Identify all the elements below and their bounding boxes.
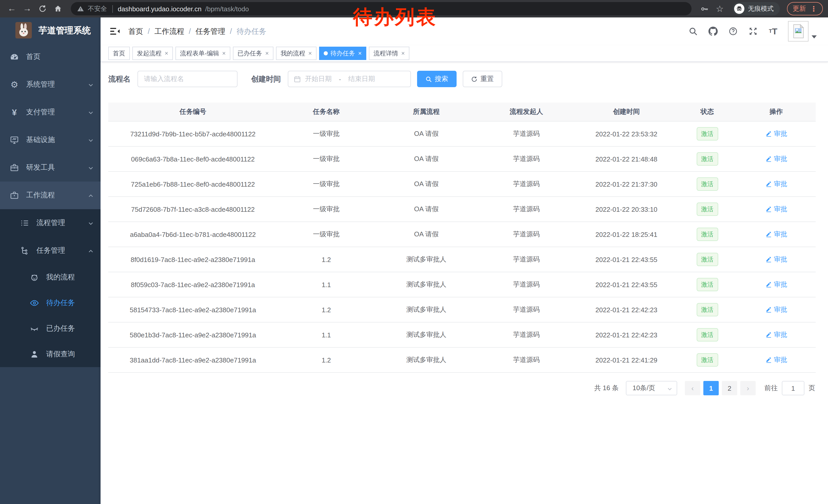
page-button-2[interactable]: 2 <box>722 381 737 395</box>
next-page-button[interactable]: › <box>740 381 756 395</box>
not-secure-warning-icon[interactable] <box>77 5 84 12</box>
back-icon[interactable]: ← <box>5 2 18 15</box>
goto-label: 前往 <box>764 383 778 393</box>
avatar[interactable] <box>788 21 809 42</box>
approve-link[interactable]: 审批 <box>765 230 787 239</box>
pencil-icon <box>765 256 772 263</box>
cell-time: 2022-01-22 18:25:41 <box>575 230 678 238</box>
approve-link[interactable]: 审批 <box>765 255 787 264</box>
table-row: 381aa1dd-7ac8-11ec-a9e2-a2380e71991a1.2测… <box>108 348 816 373</box>
start-date-placeholder: 开始日期 <box>305 74 332 84</box>
reset-button[interactable]: 重置 <box>462 71 502 87</box>
app-logo-row[interactable]: 芋道管理系统 <box>0 17 100 43</box>
tab-2[interactable]: 流程表单-编辑× <box>175 47 230 60</box>
cell-time: 2022-01-21 22:43:55 <box>575 256 678 263</box>
sidebar-item-9[interactable]: 待办任务 <box>0 290 100 316</box>
close-icon[interactable]: × <box>265 50 269 56</box>
font-size-icon[interactable]: TT <box>768 26 778 36</box>
approve-link[interactable]: 审批 <box>765 280 787 289</box>
breadcrumb-item-1[interactable]: 工作流程 <box>155 27 184 36</box>
help-icon[interactable] <box>728 26 738 36</box>
browser-menu-icon[interactable]: ⋮ <box>810 5 817 13</box>
cell-id: 58154733-7ac8-11ec-a9e2-a2380e71991a <box>108 306 278 314</box>
breadcrumb-item-2[interactable]: 任务管理 <box>196 27 225 36</box>
close-icon[interactable]: × <box>222 50 226 56</box>
tab-0[interactable]: 首页 <box>108 47 130 60</box>
approve-link[interactable]: 审批 <box>765 154 787 164</box>
tags-view: 首页发起流程×流程表单-编辑×已办任务×我的流程×待办任务×流程详情× <box>100 45 828 62</box>
chevron-down-icon <box>667 385 672 391</box>
sidebar-item-10[interactable]: 已办任务 <box>0 316 100 341</box>
sidebar-item-4[interactable]: 研发工具 <box>0 154 100 182</box>
cell-starter: 芋道源码 <box>478 330 575 339</box>
tab-1[interactable]: 发起流程× <box>132 47 173 60</box>
sidebar-item-7[interactable]: 任务管理 <box>0 237 100 265</box>
browser-update-button[interactable]: 更新 ⋮ <box>787 2 823 15</box>
fullscreen-icon[interactable] <box>748 26 758 36</box>
pencil-icon <box>765 281 772 288</box>
process-name-input[interactable]: 请输入流程名 <box>137 71 237 87</box>
tab-label: 首页 <box>113 49 125 58</box>
breadcrumb: 首页/工作流程/任务管理/待办任务 <box>128 27 266 36</box>
close-icon[interactable]: × <box>165 50 168 56</box>
approve-link[interactable]: 审批 <box>765 355 787 365</box>
reset-button-label: 重置 <box>481 74 494 84</box>
tab-3[interactable]: 已办任务× <box>233 47 274 60</box>
search-button-icon <box>425 76 432 82</box>
cell-time: 2022-01-21 22:43:55 <box>575 281 678 288</box>
cell-id: 8f0d1619-7ac8-11ec-a9e2-a2380e71991a <box>108 256 278 263</box>
cell-process: OA 请假 <box>375 179 478 189</box>
cell-status: 激活 <box>678 228 737 241</box>
breadcrumb-item-0[interactable]: 首页 <box>128 27 143 36</box>
dashboard-icon <box>9 52 19 62</box>
approve-link[interactable]: 审批 <box>765 305 787 314</box>
hamburger-icon[interactable] <box>110 26 120 36</box>
search-button[interactable]: 搜索 <box>417 71 456 87</box>
github-icon[interactable] <box>708 26 718 36</box>
sidebar-item-0[interactable]: 首页 <box>0 43 100 71</box>
approve-link[interactable]: 审批 <box>765 179 787 189</box>
prev-page-button[interactable]: ‹ <box>685 381 700 395</box>
home-icon[interactable] <box>51 2 65 15</box>
search-icon[interactable] <box>688 26 698 36</box>
approve-link[interactable]: 审批 <box>765 330 787 339</box>
page-size-select[interactable]: 10条/页 <box>626 381 677 395</box>
chevron-down-icon <box>88 109 94 116</box>
cell-action: 审批 <box>737 330 816 340</box>
tab-6[interactable]: 流程详情× <box>369 47 409 60</box>
tab-5[interactable]: 待办任务× <box>319 47 366 60</box>
sidebar-item-2[interactable]: ¥支付管理 <box>0 98 100 126</box>
sidebar-item-label: 已办任务 <box>46 324 75 333</box>
cell-starter: 芋道源码 <box>478 355 575 365</box>
sidebar-item-5[interactable]: 工作流程 <box>0 182 100 209</box>
table-row: 725a1eb6-7b88-11ec-8ef0-acde48001122一级审批… <box>108 172 816 197</box>
app-title: 芋道管理系统 <box>38 25 91 36</box>
goto-page-input[interactable] <box>782 381 804 395</box>
reload-icon[interactable] <box>36 2 49 15</box>
cell-starter: 芋道源码 <box>478 154 575 164</box>
sidebar-item-11[interactable]: 请假查询 <box>0 341 100 367</box>
date-range-picker[interactable]: 开始日期 - 结束日期 <box>288 71 411 87</box>
breadcrumb-separator: / <box>148 27 150 35</box>
table-row: 069c6a63-7b8a-11ec-8ef0-acde48001122一级审批… <box>108 147 816 172</box>
password-key-icon[interactable] <box>698 2 711 15</box>
user-menu[interactable] <box>788 21 817 42</box>
approve-link[interactable]: 审批 <box>765 204 787 214</box>
approve-link[interactable]: 审批 <box>765 129 787 138</box>
page-button-1[interactable]: 1 <box>703 381 719 395</box>
sidebar-item-8[interactable]: 我的流程 <box>0 265 100 290</box>
sidebar-item-3[interactable]: 基础设施 <box>0 126 100 154</box>
forward-icon[interactable]: → <box>20 2 34 15</box>
sidebar-item-1[interactable]: ⚙系统管理 <box>0 71 100 98</box>
tab-4[interactable]: 我的流程× <box>276 47 317 60</box>
close-icon[interactable]: × <box>308 50 312 56</box>
column-header-5: 状态 <box>678 107 737 117</box>
sidebar-item-6[interactable]: 流程管理 <box>0 209 100 237</box>
close-icon[interactable]: × <box>401 50 405 56</box>
bookmark-star-icon[interactable]: ☆ <box>713 2 727 15</box>
cell-name: 一级审批 <box>278 204 375 214</box>
cell-id: a6aba0a4-7b6d-11ec-b781-acde48001122 <box>108 230 278 238</box>
column-header-3: 流程发起人 <box>478 107 575 117</box>
close-icon[interactable]: × <box>358 50 362 56</box>
pagination: 共 16 条 10条/页 ‹ 12 › 前往 页 <box>108 381 820 395</box>
